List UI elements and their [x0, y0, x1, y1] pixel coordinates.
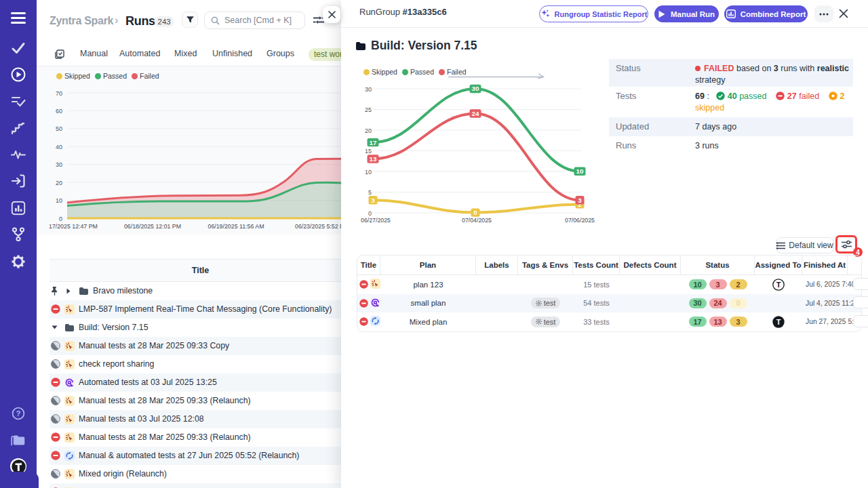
- svg-text:24: 24: [472, 110, 479, 117]
- svg-text:70: 70: [56, 90, 62, 97]
- svg-text:50: 50: [56, 125, 62, 132]
- svg-text:15: 15: [365, 148, 372, 155]
- svg-text:T: T: [776, 318, 781, 326]
- svg-text:20: 20: [365, 127, 372, 134]
- svg-text:0: 0: [368, 210, 372, 217]
- svg-text:13: 13: [370, 155, 377, 163]
- svg-text:5: 5: [368, 189, 372, 196]
- svg-text:10: 10: [56, 197, 62, 204]
- svg-text:17/2025 12:47 PM: 17/2025 12:47 PM: [49, 223, 98, 230]
- svg-text:25: 25: [365, 106, 372, 113]
- svg-text:07/04/2025: 07/04/2025: [462, 217, 492, 224]
- svg-text:06/19/2025 11:56 AM: 06/19/2025 11:56 AM: [208, 223, 264, 230]
- svg-text:3: 3: [578, 197, 582, 204]
- svg-text:T: T: [776, 281, 781, 289]
- svg-text:60: 60: [56, 108, 62, 115]
- svg-text:06/18/2025 12:01 PM: 06/18/2025 12:01 PM: [124, 223, 181, 230]
- svg-text:?: ?: [16, 409, 20, 418]
- svg-text:10: 10: [365, 169, 372, 176]
- svg-text:17: 17: [370, 139, 377, 146]
- svg-text:30: 30: [472, 85, 479, 92]
- svg-text:3: 3: [371, 197, 375, 204]
- svg-text:07/06/2025: 07/06/2025: [565, 217, 595, 224]
- svg-text:06/27/2025: 06/27/2025: [361, 217, 391, 224]
- svg-text:0: 0: [473, 209, 477, 216]
- svg-text:06/23/2025 5:52 P: 06/23/2025 5:52 P: [295, 223, 342, 230]
- svg-text:30: 30: [56, 161, 62, 168]
- svg-text:0: 0: [59, 216, 62, 222]
- svg-text:20: 20: [56, 180, 62, 186]
- svg-text:40: 40: [56, 144, 62, 150]
- svg-text:30: 30: [365, 86, 372, 93]
- svg-text:10: 10: [576, 167, 584, 175]
